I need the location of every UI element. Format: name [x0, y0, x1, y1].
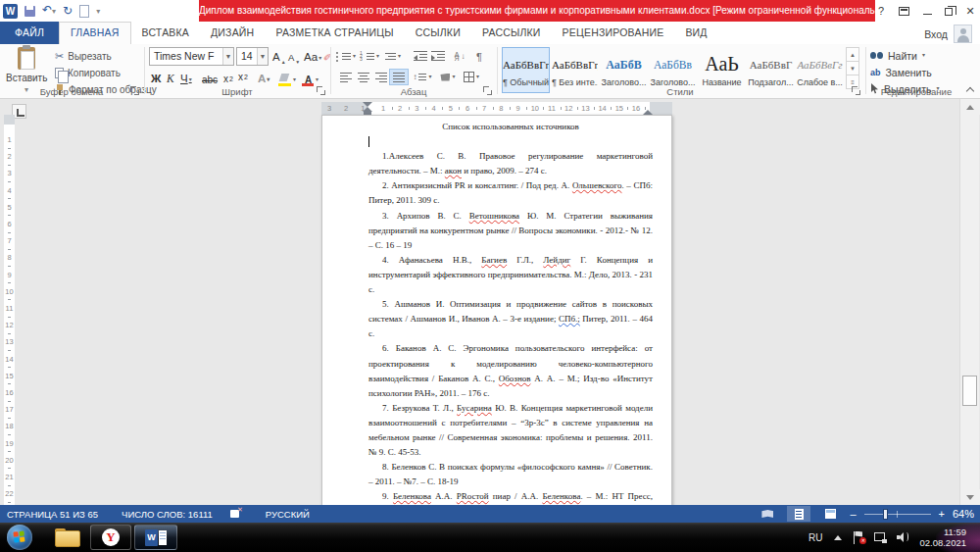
bibliography-item-7[interactable]: 7. Безрукова Т. Л., Бусарина Ю. В. Конце… — [368, 401, 653, 460]
tray-clock[interactable]: 11:59 02.08.2021 — [919, 527, 966, 548]
change-case-button[interactable]: Аа▾ — [304, 48, 321, 65]
show-marks-button[interactable]: ¶ — [469, 48, 489, 65]
scroll-up-button[interactable] — [960, 99, 980, 115]
multilevel-list-button[interactable]: ▾ — [383, 48, 403, 65]
zoom-level[interactable]: 64% — [953, 508, 974, 520]
bullets-button[interactable]: ▾ — [336, 48, 356, 65]
ribbon-tab-вид[interactable]: ВИД — [674, 22, 717, 44]
redo-icon[interactable]: ↻ — [63, 3, 73, 19]
minimize-icon[interactable] — [921, 0, 933, 22]
read-mode-button[interactable] — [756, 506, 779, 522]
find-button[interactable]: Найти▾ — [870, 48, 925, 63]
bibliography-item-2[interactable]: 2. Антикризисный PR и консалтинг. / Под … — [368, 178, 653, 208]
speaker-icon[interactable] — [897, 531, 909, 543]
replace-button[interactable]: ab Заменить — [870, 65, 932, 79]
clipboard-dialog-launcher[interactable] — [130, 86, 139, 95]
styles-scroll-up-icon[interactable]: ▲ — [846, 47, 859, 62]
document-heading[interactable]: Список использованных источников — [368, 120, 653, 134]
collapse-ribbon-icon[interactable] — [966, 85, 974, 93]
new-document-icon[interactable] — [79, 5, 89, 18]
font-size-combo[interactable]: 14▼ — [236, 47, 269, 66]
highlight-button[interactable]: ▾ — [278, 70, 296, 86]
cursor-line[interactable] — [368, 134, 653, 149]
ribbon-tab-главная[interactable]: ГЛАВНАЯ — [59, 22, 131, 44]
action-center-flag-icon[interactable]: ✕ — [854, 531, 864, 544]
ribbon-tab-разметка-страницы[interactable]: РАЗМЕТКА СТРАНИЦЫ — [265, 22, 404, 44]
language-indicator[interactable]: РУССКИЙ — [266, 509, 310, 520]
numbering-button[interactable]: 123 ▾ — [360, 48, 379, 65]
underline-button[interactable]: Ч▾ — [180, 70, 192, 86]
zoom-slider[interactable] — [864, 506, 931, 522]
qat-customize-icon[interactable]: ▾ — [96, 7, 100, 16]
undo-icon[interactable]: ↶▾ — [42, 2, 56, 20]
grow-font-button[interactable]: А▲ — [272, 48, 286, 65]
document-page[interactable]: Список использованных источников 1.Алекс… — [321, 115, 672, 505]
subscript-button[interactable]: x2 — [223, 70, 233, 86]
sort-button[interactable]: АЯ↓ — [450, 48, 469, 65]
align-left-button[interactable] — [336, 69, 356, 85]
proofing-errors-icon[interactable] — [230, 508, 242, 520]
shrink-font-button[interactable]: А▼ — [288, 48, 300, 65]
web-layout-button[interactable] — [818, 506, 842, 522]
decrease-indent-button[interactable] — [411, 48, 430, 65]
font-color-button[interactable]: А▾ — [302, 70, 318, 86]
page-indicator[interactable]: СТРАНИЦА 51 ИЗ 65 — [7, 509, 98, 520]
horizontal-ruler[interactable]: 32112345678910111213141516 — [321, 102, 672, 115]
ribbon-tab-файл[interactable]: ФАЙЛ — [0, 22, 59, 44]
bibliography-item-5[interactable]: 5. Ашманов И. Оптимизация и продвижение … — [368, 297, 653, 341]
bibliography-item-3[interactable]: 3. Архипов В. С. Ветошникова Ю. М. Страт… — [368, 209, 653, 253]
zoom-slider-thumb[interactable] — [883, 509, 888, 520]
print-layout-button[interactable] — [787, 506, 810, 522]
zoom-in-button[interactable]: + — [939, 508, 945, 520]
ribbon-tab-рассылки[interactable]: РАССЫЛКИ — [471, 22, 552, 44]
chevron-down-icon[interactable]: ▼ — [257, 48, 268, 65]
styles-scroll-down-icon[interactable]: ▼ — [846, 61, 859, 75]
sign-in[interactable]: Вход — [924, 25, 972, 43]
ribbon-options-icon[interactable] — [899, 7, 909, 16]
increase-indent-button[interactable] — [428, 48, 448, 65]
ribbon-tab-рецензирование[interactable]: РЕЦЕНЗИРОВАНИЕ — [552, 22, 675, 44]
font-dialog-launcher[interactable] — [317, 86, 325, 95]
justify-button[interactable] — [389, 69, 409, 85]
save-icon[interactable] — [24, 6, 35, 17]
start-button[interactable] — [7, 525, 32, 550]
italic-button[interactable]: К — [167, 70, 174, 86]
scrollbar-thumb[interactable] — [962, 376, 977, 406]
align-right-button[interactable] — [371, 69, 391, 85]
avatar-icon[interactable] — [954, 25, 972, 43]
bibliography-item-1[interactable]: 1.Алексеев С. В. Правовое регулирование … — [368, 149, 653, 178]
cut-button[interactable]: ✂ Вырезать — [55, 49, 112, 64]
bold-button[interactable]: Ж — [151, 70, 161, 86]
bibliography-item-9[interactable]: 9. Беленкова А.А. PRостой пиар / А.А. Бе… — [368, 489, 653, 505]
borders-button[interactable]: ▾ — [462, 69, 481, 85]
help-icon[interactable]: ? — [875, 0, 887, 22]
text-effects-button[interactable]: А▾ — [258, 70, 270, 86]
bibliography-item-8[interactable]: 8. Беленков С. В поисках формулы «филосо… — [368, 460, 653, 489]
chevron-down-icon[interactable]: ▼ — [222, 48, 233, 65]
paragraph-dialog-launcher[interactable] — [483, 86, 492, 95]
zoom-out-button[interactable]: – — [850, 508, 856, 520]
ribbon-tab-вставка[interactable]: ВСТАВКА — [131, 22, 200, 44]
align-center-button[interactable] — [354, 69, 373, 85]
vertical-ruler[interactable]: 12345678910111213141516171819202122 — [4, 115, 15, 505]
tray-hidden-icons-icon[interactable] — [834, 535, 842, 540]
superscript-button[interactable]: x2 — [238, 68, 248, 84]
bibliography-item-6[interactable]: 6. Баканов А. С. Эргономика пользователь… — [368, 341, 653, 400]
taskbar-word-button[interactable]: W — [134, 525, 177, 550]
copy-button[interactable]: Копировать — [55, 66, 121, 80]
styles-dialog-launcher[interactable] — [852, 86, 860, 95]
vertical-scrollbar[interactable] — [959, 99, 979, 505]
restore-icon[interactable] — [945, 8, 953, 16]
shading-button[interactable]: ▾ — [438, 69, 458, 85]
font-family-combo[interactable]: Times New F▼ — [149, 47, 234, 66]
tray-language[interactable]: RU — [808, 532, 822, 543]
scroll-down-button[interactable] — [960, 489, 980, 505]
line-spacing-button[interactable]: ↕▾ — [413, 69, 432, 85]
strikethrough-button[interactable]: abc — [202, 71, 218, 87]
ribbon-tab-дизайн[interactable]: ДИЗАЙН — [200, 22, 265, 44]
close-icon[interactable]: ✕ — [964, 0, 976, 22]
word-count[interactable]: ЧИСЛО СЛОВ: 16111 — [122, 509, 213, 520]
ribbon-tab-ссылки[interactable]: ССЫЛКИ — [405, 22, 471, 44]
taskbar-yandex-button[interactable]: Y — [90, 525, 131, 550]
network-icon[interactable] — [874, 531, 887, 543]
